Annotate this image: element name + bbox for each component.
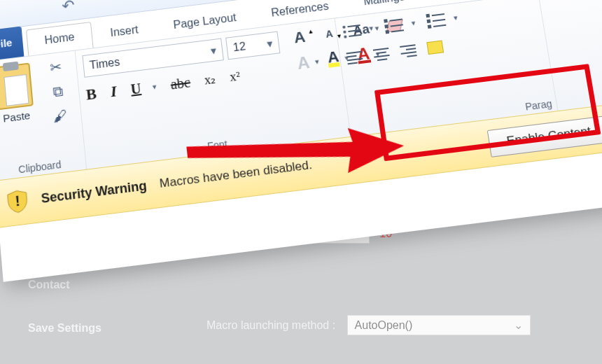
bullets-icon[interactable] xyxy=(342,23,362,38)
chevron-down-icon: ▾ xyxy=(256,36,273,51)
chevron-down-icon[interactable]: ▾ xyxy=(152,82,157,92)
chevron-down-icon[interactable]: ▾ xyxy=(453,13,458,23)
bg-method-select[interactable]: AutoOpen() ⌄ xyxy=(347,315,531,335)
grow-font-button[interactable]: A xyxy=(293,28,306,48)
cut-icon[interactable]: ✂ xyxy=(40,57,71,77)
clipboard-mini-buttons: ✂ ⧉ 🖌 xyxy=(40,57,76,126)
enable-content-button[interactable]: Enable Content xyxy=(486,115,602,158)
italic-button[interactable]: I xyxy=(110,82,118,101)
shield-warning-icon: ! xyxy=(6,189,29,215)
paste-button[interactable]: Paste xyxy=(0,60,42,151)
text-effects-button[interactable]: A xyxy=(296,52,311,74)
shrink-font-button[interactable]: A xyxy=(325,28,333,40)
bg-row-method: Macro launching method : AutoOpen() ⌄ xyxy=(206,315,531,335)
bg-side-save[interactable]: Save Settings xyxy=(28,322,102,335)
word-window: ↶ File Home Insert Page Layout Reference… xyxy=(0,0,602,282)
chevron-down-icon[interactable]: ▾ xyxy=(369,24,374,34)
subscript-button[interactable]: x₂ xyxy=(204,71,217,88)
bg-method-value: AutoOpen() xyxy=(355,319,413,331)
paragraph-row-2 xyxy=(346,41,444,65)
underline-button[interactable]: U xyxy=(130,80,142,98)
font-name-value: Times xyxy=(89,56,120,72)
numbering-icon[interactable] xyxy=(384,18,404,34)
undo-icon[interactable]: ↶ xyxy=(61,0,75,15)
paragraph-row-1: ▾ ▾ ▾ xyxy=(342,10,459,39)
grow-caret-icon: ▴ xyxy=(308,27,312,34)
chevron-down-icon[interactable]: ▾ xyxy=(411,18,416,28)
align-center-icon[interactable] xyxy=(373,48,391,62)
multilevel-icon[interactable] xyxy=(426,12,446,29)
superscript-button[interactable]: x² xyxy=(229,69,241,85)
group-clipboard: Paste ✂ ⧉ 🖌 Clipboard xyxy=(0,50,87,181)
copy-icon[interactable]: ⧉ xyxy=(43,82,74,102)
chevron-down-icon: ▾ xyxy=(200,43,217,58)
format-painter-icon[interactable]: 🖌 xyxy=(45,106,76,126)
bold-button[interactable]: B xyxy=(85,85,97,104)
shading-icon[interactable] xyxy=(426,41,444,55)
align-right-icon[interactable] xyxy=(400,44,417,58)
highlight-button[interactable]: A xyxy=(327,51,340,68)
security-message: Macros have been disabled. xyxy=(159,158,313,191)
paste-label: Paste xyxy=(0,108,39,125)
font-size-value: 12 xyxy=(232,40,246,54)
strikethrough-button[interactable]: abc xyxy=(170,74,192,92)
font-size-combo[interactable]: 12▾ xyxy=(225,31,280,60)
chevron-down-icon: ⌄ xyxy=(514,318,523,332)
word-screenshot-stage: ↶ File Home Insert Page Layout Reference… xyxy=(0,0,602,294)
security-title: Security Warning xyxy=(41,178,148,206)
clipboard-icon xyxy=(0,63,34,111)
bg-method-label: Macro launching method : xyxy=(206,319,335,331)
align-left-icon[interactable] xyxy=(346,50,363,64)
chevron-down-icon[interactable]: ▾ xyxy=(315,57,321,66)
